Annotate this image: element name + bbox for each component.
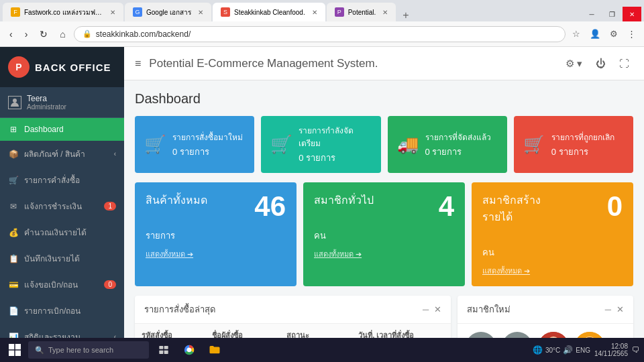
reload-button[interactable]: ↻	[36, 26, 52, 42]
sidebar-item-products[interactable]: 📦 ผลิตภัณฑ์ / สินค้า ‹	[0, 141, 124, 167]
tab-steakkinkab[interactable]: S Steakkinkab Cleanfood. ✕	[213, 3, 325, 21]
tab-google[interactable]: G Google เอกสาร ✕	[125, 3, 211, 21]
stat-preparing-label: รายการกำลังจัดเตรียม	[299, 124, 371, 149]
sidebar-item-withdraw-list[interactable]: 📄 รายการเบิก/ถอน	[0, 298, 124, 324]
minimize-button[interactable]: ─	[582, 7, 601, 21]
browser-controls: ‹ › ↻ ⌂ 🔒 steakkinkab.com/backend/ ☆ 👤 ⚙…	[0, 21, 644, 47]
metric-members-unit: คน	[314, 229, 454, 243]
metric-premium-number: 0	[607, 190, 623, 223]
stat-card-new-orders: 🛒 รายการสั่งซื้อมาใหม่ 0 รายการ	[135, 116, 254, 173]
sidebar-header: P BACK OFFICE	[0, 47, 124, 87]
taskbar: 🔍 Type here to search 🌐 30°C 🔊 ENG	[0, 338, 644, 362]
members-panel-header: สมาชิกใหม่ ─ ✕	[458, 296, 633, 324]
stat-cancelled-icon: 🛒	[523, 134, 545, 155]
power-button[interactable]: ⏻	[592, 54, 610, 73]
panels-row: รายการสั่งซื้อล่าสุด ─ ✕ รหัสสั่งซื้อ ชื…	[135, 296, 633, 338]
extension-button[interactable]: ⚙	[607, 26, 621, 42]
tab-potential-close[interactable]: ✕	[382, 9, 388, 16]
metric-premium-title: สมาชิกสร้าง รายได้	[482, 192, 623, 225]
address-bar[interactable]: 🔒 steakkinkab.com/backend/	[74, 26, 566, 42]
sidebar-item-orders-label: รายการคำสั่งซื้อ	[24, 174, 80, 186]
svg-rect-12	[164, 346, 168, 349]
forward-button[interactable]: ›	[21, 26, 32, 42]
back-button[interactable]: ‹	[5, 26, 17, 42]
page-title: Dashboard	[135, 91, 633, 107]
members-minimize-button[interactable]: ─	[605, 304, 611, 314]
menu-toggle-icon[interactable]: ≡	[135, 58, 141, 70]
metric-card-members: สมาชิกทั่วไป 4 คน แสดงทั้งหมด ➔	[303, 182, 465, 286]
browser-tab-bar: F Fastwork.co แหล่งรวมฟรีแลนซ์คุณ... ✕ G…	[0, 0, 644, 21]
metric-products-unit: รายการ	[146, 229, 286, 243]
start-button[interactable]	[4, 341, 25, 359]
content-area: Dashboard 🛒 รายการสั่งซื้อมาใหม่ 0 รายกา…	[124, 80, 644, 338]
taskbar-search[interactable]: 🔍 Type here to search	[28, 341, 149, 359]
members-panel-actions: ─ ✕	[605, 304, 624, 314]
tab-google-close[interactable]: ✕	[198, 9, 203, 16]
orders-minimize-button[interactable]: ─	[423, 304, 429, 314]
metric-products-link[interactable]: แสดงทั้งหมด ➔	[146, 248, 286, 260]
members-panel: สมาชิกใหม่ ─ ✕	[458, 296, 633, 338]
withdraw-badge: 0	[104, 280, 116, 289]
stat-new-orders-label: รายการสั่งซื้อมาใหม่	[172, 131, 243, 143]
metric-premium-link[interactable]: แสดงทั้งหมด ➔	[482, 265, 623, 277]
svg-point-0	[13, 99, 17, 103]
metric-premium-unit: คน	[482, 245, 623, 259]
svg-point-16	[186, 347, 191, 352]
sidebar-item-payment[interactable]: ✉ แจ้งการชำระเงิน 1	[0, 193, 124, 219]
products-arrow: ‹	[114, 150, 116, 158]
reports-icon: 📊	[8, 333, 19, 339]
sidebar-item-income-calc[interactable]: 💰 คำนวณเงินรายได้	[0, 219, 124, 245]
taskbar-file-explorer[interactable]	[203, 338, 227, 362]
sidebar-item-withdraw-request-label: แจ้งขอเบิก/ถอน	[24, 278, 78, 291]
taskbar-task-view[interactable]	[152, 338, 176, 362]
members-close-button[interactable]: ✕	[616, 304, 624, 314]
member-avatar-1	[502, 332, 533, 338]
topbar-title: Potential E-Commerce Management System.	[149, 57, 561, 70]
tab-steak-close[interactable]: ✕	[312, 9, 317, 16]
metric-members-title: สมาชิกทั่วไป	[314, 192, 454, 208]
home-button[interactable]: ⌂	[56, 26, 69, 42]
tab-potential-label: Potential.	[348, 9, 376, 16]
favicon-potential: P	[335, 7, 344, 17]
stat-card-shipped: 🚚 รายการที่จัดส่งแล้ว 0 รายการ	[388, 116, 507, 173]
sidebar-item-dashboard-label: Dashboard	[24, 125, 64, 134]
sidebar-item-reports[interactable]: 📊 สถิติและรายงาน ‹	[0, 324, 124, 338]
sidebar-item-withdraw-list-label: รายการเบิก/ถอน	[24, 304, 80, 317]
sidebar-item-dashboard[interactable]: ⊞ Dashboard	[0, 118, 124, 141]
metrics-row: สินค้าทั้งหมด 46 รายการ แสดงทั้งหมด ➔ สม…	[135, 182, 633, 286]
restore-button[interactable]: ❐	[602, 7, 621, 21]
orders-table: รหัสสั่งซื้อ ชื่อผู้สั่งซื้อ สถานะ วันที…	[135, 324, 451, 338]
date-display: 14/11/2565	[594, 350, 628, 357]
sidebar-item-income-record[interactable]: 📋 บันทึกเงินรายได้	[0, 245, 124, 272]
taskbar-chrome[interactable]	[177, 338, 201, 362]
notification-icon[interactable]: 🗨	[632, 345, 640, 355]
sidebar-item-orders[interactable]: 🛒 รายการคำสั่งซื้อ	[0, 167, 124, 193]
tab-fastwork-close[interactable]: ✕	[110, 9, 115, 16]
orders-close-button[interactable]: ✕	[434, 304, 441, 314]
metric-products-number: 46	[254, 190, 286, 223]
topbar: ≡ Potential E-Commerce Management System…	[124, 47, 644, 80]
metric-members-link[interactable]: แสดงทั้งหมด ➔	[314, 248, 454, 260]
taskbar-clock: 12:08 14/11/2565	[594, 343, 628, 357]
stat-shipped-value: 0 รายการ	[425, 145, 491, 159]
orders-panel-title: รายการสั่งซื้อล่าสุด	[144, 302, 215, 316]
bookmark-button[interactable]: ☆	[570, 26, 583, 42]
fullscreen-button[interactable]: ⛶	[615, 54, 633, 73]
sidebar-item-withdraw-request[interactable]: 💳 แจ้งขอเบิก/ถอน 0	[0, 272, 124, 298]
tab-potential[interactable]: P Potential. ✕	[327, 3, 396, 21]
more-button[interactable]: ⋮	[625, 26, 639, 42]
svg-rect-13	[159, 351, 163, 354]
stat-cancelled-value: 0 รายการ	[551, 145, 614, 159]
col-order-id: รหัสสั่งซื้อ	[135, 324, 205, 338]
settings-button[interactable]: ⚙ ▾	[561, 54, 586, 74]
member-item-3: สมชาย 01/03/2565	[574, 332, 605, 338]
stat-preparing-info: รายการกำลังจัดเตรียม 0 รายการ	[299, 124, 371, 165]
stat-cancelled-info: รายการที่ถูกยกเลิก 0 รายการ	[551, 131, 614, 159]
new-tab-button[interactable]: +	[397, 9, 414, 21]
sidebar-logo: P	[8, 56, 30, 78]
tab-fastwork[interactable]: F Fastwork.co แหล่งรวมฟรีแลนซ์คุณ... ✕	[3, 3, 123, 21]
close-button[interactable]: ✕	[623, 7, 641, 21]
profile-button[interactable]: 👤	[587, 26, 603, 42]
member-item-1: ลลิตา 03/07/2565	[502, 332, 533, 338]
taskbar-apps	[152, 338, 227, 362]
